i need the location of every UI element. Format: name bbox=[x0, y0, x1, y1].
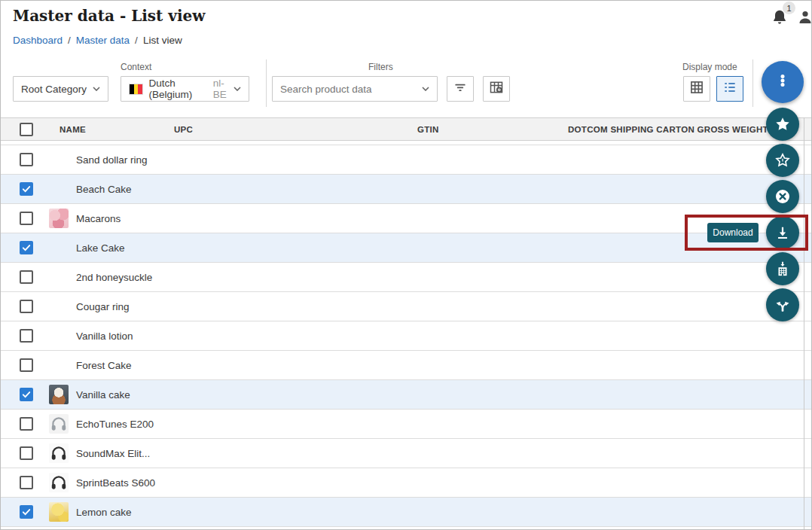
display-mode-list-button[interactable] bbox=[716, 76, 743, 102]
product-name: Lake Cake bbox=[76, 242, 125, 254]
grid-view-icon bbox=[689, 80, 704, 98]
chevron-down-icon bbox=[234, 87, 241, 91]
table-row[interactable]: SprintBeats S600 bbox=[1, 468, 812, 498]
product-thumbnail bbox=[49, 385, 69, 404]
table-row[interactable]: 2nd honeysuckle bbox=[1, 263, 812, 292]
download-button[interactable] bbox=[766, 216, 799, 249]
filters-label: Filters bbox=[368, 62, 393, 72]
row-checkbox[interactable] bbox=[20, 270, 33, 284]
search-dropdown-placeholder: Search product data bbox=[280, 84, 372, 95]
table-row[interactable]: Macarons bbox=[1, 204, 812, 233]
display-mode-grid-button[interactable] bbox=[683, 76, 710, 102]
filter-icon bbox=[453, 80, 468, 98]
remove-button[interactable] bbox=[766, 180, 799, 213]
product-name: Vanilla cake bbox=[76, 389, 130, 401]
row-checkbox-checked[interactable] bbox=[20, 505, 33, 519]
column-boundary-line bbox=[804, 117, 804, 530]
list-view-icon bbox=[722, 80, 737, 98]
table-row[interactable]: Lemon cake bbox=[1, 498, 812, 527]
product-name: Beach Cake bbox=[76, 184, 132, 195]
breadcrumb-master-data[interactable]: Master data bbox=[76, 35, 130, 46]
product-name: 2nd honeysuckle bbox=[76, 272, 152, 283]
language-locale: nl-BE bbox=[213, 78, 234, 100]
column-header-weight[interactable]: DOTCOM SHIPPING CARTON GROSS WEIGHT (L bbox=[568, 118, 780, 140]
table-row[interactable]: Forest Cake bbox=[1, 351, 812, 380]
breadcrumb-separator: / bbox=[135, 35, 138, 46]
row-checkbox[interactable] bbox=[20, 329, 33, 343]
import-to-organization-button[interactable] bbox=[766, 252, 799, 285]
table-row[interactable]: Lake Cake bbox=[1, 233, 812, 263]
category-dropdown-value: Root Category bbox=[21, 84, 87, 95]
language-dropdown-value: Dutch (Belgium) bbox=[149, 78, 209, 100]
page-title: Master data - List view bbox=[13, 7, 205, 25]
user-profile-icon[interactable] bbox=[796, 8, 812, 26]
breadcrumb-dashboard[interactable]: Dashboard bbox=[13, 35, 63, 46]
product-name: Macarons bbox=[76, 213, 121, 224]
download-icon bbox=[774, 224, 791, 241]
row-checkbox[interactable] bbox=[20, 476, 33, 489]
breadcrumb-current: List view bbox=[143, 35, 182, 46]
row-checkbox[interactable] bbox=[20, 446, 33, 460]
display-mode-label: Display mode bbox=[682, 62, 737, 72]
product-thumbnail bbox=[49, 473, 69, 492]
table-row[interactable]: SoundMax Elit... bbox=[1, 439, 812, 468]
table-row[interactable]: Sand dollar ring bbox=[1, 145, 812, 175]
row-checkbox[interactable] bbox=[20, 212, 33, 225]
column-header-name[interactable]: NAME bbox=[60, 118, 86, 140]
table-body: Sand dollar ringBeach CakeMacaronsLake C… bbox=[1, 145, 812, 527]
column-header-upc[interactable]: UPC bbox=[174, 118, 193, 140]
table-row[interactable]: Cougar ring bbox=[1, 292, 812, 321]
move-arrows-icon bbox=[774, 297, 791, 313]
product-thumbnail bbox=[49, 443, 69, 463]
select-all-checkbox[interactable] bbox=[20, 123, 33, 136]
table-row[interactable]: EchoTunes E200 bbox=[1, 410, 812, 439]
row-checkbox[interactable] bbox=[20, 358, 33, 372]
chevron-down-icon bbox=[93, 87, 100, 91]
column-settings-button[interactable] bbox=[483, 76, 510, 102]
table-row[interactable]: Vanilla lotion bbox=[1, 321, 812, 351]
product-thumbnail bbox=[49, 414, 69, 434]
row-checkbox[interactable] bbox=[20, 417, 33, 431]
row-checkbox-checked[interactable] bbox=[20, 241, 33, 254]
product-name: SoundMax Elit... bbox=[76, 448, 150, 459]
toolbar-divider bbox=[266, 59, 267, 107]
breadcrumb-separator: / bbox=[68, 35, 71, 46]
move-button[interactable] bbox=[766, 288, 799, 321]
row-checkbox[interactable] bbox=[20, 300, 33, 313]
search-dropdown[interactable]: Search product data bbox=[272, 76, 438, 102]
product-thumbnail bbox=[49, 209, 69, 228]
filter-button[interactable] bbox=[447, 76, 474, 102]
language-dropdown[interactable]: Dutch (Belgium) nl-BE bbox=[121, 76, 249, 102]
row-checkbox-checked[interactable] bbox=[20, 388, 33, 401]
table-row[interactable]: Vanilla cake bbox=[1, 380, 812, 410]
product-thumbnail bbox=[49, 502, 69, 522]
chevron-down-icon bbox=[422, 87, 429, 91]
category-dropdown[interactable]: Root Category bbox=[13, 76, 108, 102]
product-name: Cougar ring bbox=[76, 301, 130, 312]
column-visibility-icon bbox=[489, 80, 504, 98]
kebab-menu-icon bbox=[774, 72, 792, 93]
context-label: Context bbox=[121, 62, 151, 72]
row-checkbox-checked[interactable] bbox=[20, 182, 33, 196]
product-name: SprintBeats S600 bbox=[76, 477, 155, 489]
toolbar-divider bbox=[752, 59, 753, 107]
column-header-gtin[interactable]: GTIN bbox=[417, 118, 439, 140]
product-name: Lemon cake bbox=[76, 507, 132, 518]
product-name: Forest Cake bbox=[76, 360, 132, 371]
building-import-icon bbox=[774, 260, 791, 277]
table-header: NAME UPC GTIN DOTCOM SHIPPING CARTON GRO… bbox=[1, 117, 812, 141]
unfavorite-button[interactable] bbox=[766, 144, 799, 177]
more-actions-button[interactable] bbox=[762, 61, 804, 103]
download-tooltip: Download bbox=[707, 223, 759, 242]
product-name: Vanilla lotion bbox=[76, 330, 133, 342]
belgium-flag-icon bbox=[129, 84, 143, 95]
row-checkbox[interactable] bbox=[20, 153, 33, 166]
star-outline-icon bbox=[774, 152, 791, 169]
circle-x-icon bbox=[774, 187, 792, 206]
product-name: Sand dollar ring bbox=[76, 154, 148, 166]
star-filled-icon bbox=[774, 116, 791, 132]
page: Master data - List view Dashboard / Mast… bbox=[0, 0, 812, 530]
breadcrumb: Dashboard / Master data / List view bbox=[13, 35, 182, 46]
favorite-button[interactable] bbox=[766, 108, 799, 141]
table-row[interactable]: Beach Cake bbox=[1, 175, 812, 204]
